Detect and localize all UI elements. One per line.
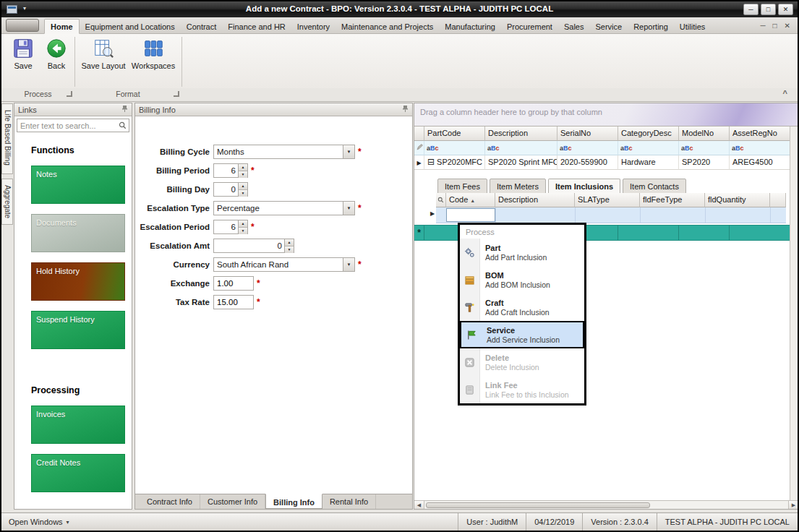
detail-tab-item-contacts[interactable]: Item Contacts xyxy=(623,179,686,194)
billing-day-spinner[interactable]: 0 ▲▼ xyxy=(213,182,248,197)
append-cell[interactable] xyxy=(618,226,679,240)
ribbon-tab-sales[interactable]: Sales xyxy=(558,20,590,33)
tab-rental-info[interactable]: Rental Info xyxy=(322,494,376,509)
save-layout-button[interactable]: Save Layout xyxy=(80,38,127,70)
detail-column-slatype[interactable]: SLAType xyxy=(575,193,640,207)
append-cell[interactable] xyxy=(730,226,790,240)
cell-serialno[interactable]: 2020-559900 xyxy=(557,155,618,170)
grid-data-row[interactable]: ▶ ⊟SP2020MFC SP2020 Sprint MFC 2020-5599… xyxy=(414,155,790,170)
group-by-drop-area[interactable]: Drag a column header here to group by th… xyxy=(414,103,798,126)
save-button[interactable]: Save xyxy=(7,38,39,70)
ribbon-tab-reporting[interactable]: Reporting xyxy=(628,20,674,33)
detail-new-row[interactable] xyxy=(436,207,786,223)
ribbon-tab-utilities[interactable]: Utilities xyxy=(674,20,711,33)
currency-dropdown[interactable]: South African Rand ▼ xyxy=(213,257,355,272)
escalation-amt-spinner[interactable]: 0 ▲▼ xyxy=(213,239,294,253)
tile-invoices[interactable]: Invoices xyxy=(31,406,125,444)
ribbon-tab-maintenance-and-projects[interactable]: Maintenance and Projects xyxy=(336,20,439,33)
detail-tab-item-fees[interactable]: Item Fees xyxy=(437,179,487,194)
cell-partcode[interactable]: ⊟SP2020MFC xyxy=(424,155,485,170)
exchange-input[interactable] xyxy=(213,276,254,291)
cell-modelno[interactable]: SP2020 xyxy=(679,155,730,170)
filter-cell-assetregno[interactable]: aBc xyxy=(730,141,790,155)
ribbon-collapse-icon[interactable]: ^ xyxy=(783,89,787,98)
column-header-description[interactable]: Description xyxy=(485,126,557,141)
tab-billing-info[interactable]: Billing Info xyxy=(265,494,322,509)
menu-item-bom[interactable]: BOMAdd BOM Inclusion xyxy=(460,266,584,293)
spinner-up-icon[interactable]: ▲ xyxy=(239,183,247,189)
menu-item-service[interactable]: ServiceAdd Service Inclusion xyxy=(460,321,584,348)
cell-description[interactable]: SP2020 Sprint MFC xyxy=(485,155,557,170)
billing-cycle-dropdown[interactable]: Months ▼ xyxy=(213,145,355,159)
detail-column-description[interactable]: Description xyxy=(495,193,575,207)
application-button[interactable] xyxy=(6,19,39,32)
detail-code-editor[interactable] xyxy=(446,208,495,222)
close-button[interactable]: ✕ xyxy=(778,4,793,15)
detail-tab-item-meters[interactable]: Item Meters xyxy=(490,179,546,194)
sidebar-tab-aggregate[interactable]: Aggregate xyxy=(1,179,13,225)
format-dialog-launcher-icon[interactable] xyxy=(174,91,179,97)
tile-notes[interactable]: Notes xyxy=(31,166,125,204)
pin-icon[interactable] xyxy=(121,105,128,114)
ribbon-tab-contract[interactable]: Contract xyxy=(181,20,223,33)
cell-categorydesc[interactable]: Hardware xyxy=(618,155,679,170)
minimize-button[interactable]: ─ xyxy=(743,4,759,15)
pin-icon[interactable] xyxy=(402,105,409,114)
filter-cell-description[interactable]: aBc xyxy=(485,141,557,155)
menu-item-craft[interactable]: CraftAdd Craft Inclusion xyxy=(460,293,584,321)
detail-column-fldquantity[interactable]: fldQuantity xyxy=(705,193,770,207)
filter-cell-partcode[interactable]: aBc xyxy=(424,141,485,155)
tile-hold-history[interactable]: Hold History xyxy=(31,262,125,301)
titlebar-caret-icon[interactable]: ▾ xyxy=(23,5,26,12)
ribbon-tab-manufacturing[interactable]: Manufacturing xyxy=(439,20,501,33)
window-icon[interactable] xyxy=(7,5,17,15)
column-header-categorydesc[interactable]: CategoryDesc xyxy=(618,126,679,141)
cell-assetregno[interactable]: AREG4500 xyxy=(730,155,790,170)
spinner-up-icon[interactable]: ▲ xyxy=(239,220,247,227)
maximize-button[interactable]: □ xyxy=(761,4,776,15)
column-header-serialno[interactable]: SerialNo xyxy=(557,126,618,141)
tile-documents[interactable]: Documents xyxy=(31,214,125,252)
tab-customer-info[interactable]: Customer Info xyxy=(200,494,265,509)
tile-suspend-history[interactable]: Suspend History xyxy=(31,311,125,349)
append-cell[interactable] xyxy=(679,226,730,240)
tab-contract-info[interactable]: Contract Info xyxy=(140,494,200,509)
detail-column-fldfeetype[interactable]: fldFeeType xyxy=(640,193,705,207)
scroll-right-icon[interactable]: ▶ xyxy=(788,501,798,509)
detail-column-code[interactable]: Code▲ xyxy=(446,193,495,207)
column-header-partcode[interactable]: PartCode xyxy=(424,126,485,141)
spinner-up-icon[interactable]: ▲ xyxy=(239,164,247,171)
detail-search-icon[interactable] xyxy=(436,193,446,207)
tax-rate-input[interactable] xyxy=(213,295,254,309)
escalation-period-spinner[interactable]: 6 ▲▼ xyxy=(213,220,248,234)
open-windows-dropdown[interactable]: Open Windows ▾ xyxy=(1,518,77,526)
grid-horizontal-scrollbar[interactable]: ◀ ▶ xyxy=(414,500,798,509)
menu-item-part[interactable]: PartAdd Part Inclusion xyxy=(460,239,584,266)
spinner-down-icon[interactable]: ▼ xyxy=(239,171,247,178)
child-close-icon[interactable]: ✕ xyxy=(785,22,790,30)
child-restore-icon[interactable]: □ xyxy=(773,22,777,30)
filter-cell-serialno[interactable]: aBc xyxy=(557,141,618,155)
ribbon-tab-inventory[interactable]: Inventory xyxy=(291,20,336,33)
dropdown-arrow-icon[interactable]: ▼ xyxy=(343,145,354,158)
back-button[interactable]: Back xyxy=(40,38,72,70)
ribbon-tab-procurement[interactable]: Procurement xyxy=(501,20,558,33)
workspaces-button[interactable]: Workspaces xyxy=(130,38,176,70)
dropdown-arrow-icon[interactable]: ▼ xyxy=(343,202,354,215)
column-header-modelno[interactable]: ModelNo xyxy=(679,126,730,141)
spinner-down-icon[interactable]: ▼ xyxy=(285,246,294,253)
filter-cell-modelno[interactable]: aBc xyxy=(679,141,730,155)
spinner-down-icon[interactable]: ▼ xyxy=(239,189,247,197)
process-dialog-launcher-icon[interactable] xyxy=(67,91,72,97)
ribbon-tab-service[interactable]: Service xyxy=(589,20,628,33)
filter-cell-categorydesc[interactable]: aBc xyxy=(618,141,679,155)
ribbon-tab-finance-and-hr[interactable]: Finance and HR xyxy=(222,20,291,33)
child-minimize-icon[interactable]: ─ xyxy=(760,22,765,30)
sidebar-tab-life-based-billing[interactable]: Life Based Billing xyxy=(1,103,13,174)
ribbon-tab-home[interactable]: Home xyxy=(44,19,80,34)
tile-credit-notes[interactable]: Credit Notes xyxy=(31,454,125,492)
collapse-detail-icon[interactable]: ⊟ xyxy=(427,157,435,167)
ribbon-tab-equipment-and-locations[interactable]: Equipment and Locations xyxy=(80,20,181,33)
scrollbar-thumb[interactable] xyxy=(426,502,650,508)
escalation-type-dropdown[interactable]: Percentage ▼ xyxy=(213,201,355,215)
